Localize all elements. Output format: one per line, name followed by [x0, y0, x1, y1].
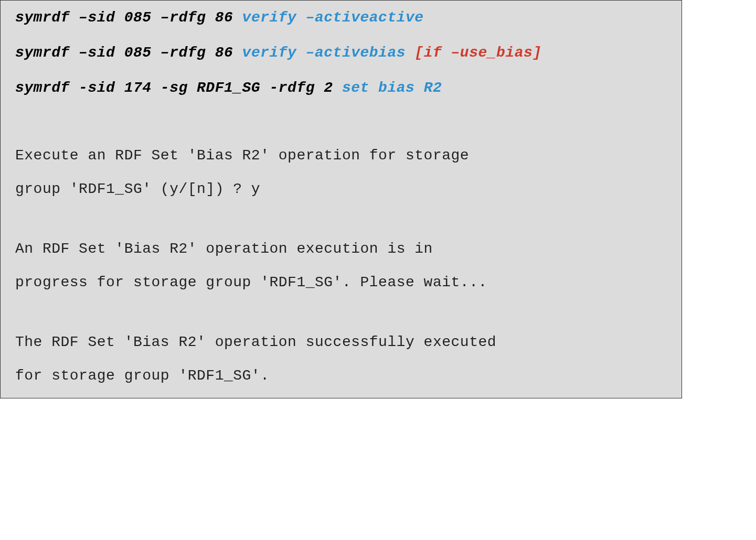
command-line-1: symrdf –sid 085 –rdfg 86 verify –activea… — [15, 10, 667, 26]
output-text: for storage group 'RDF1_SG'. — [15, 369, 667, 383]
output-success-group: The RDF Set 'Bias R2' operation successf… — [15, 335, 667, 383]
command-line-3: symrdf -sid 174 -sg RDF1_SG -rdfg 2 set … — [15, 80, 667, 96]
command-prefix: symrdf –sid 085 –rdfg 86 — [15, 45, 242, 61]
output-text: group 'RDF1_SG' (y/[n]) ? y — [15, 182, 667, 197]
output-text: An RDF Set 'Bias R2' operation execution… — [15, 242, 667, 256]
output-text: The RDF Set 'Bias R2' operation successf… — [15, 335, 667, 350]
command-action: verify –activebias — [242, 45, 415, 61]
command-action: set bias R2 — [342, 80, 442, 96]
output-text: progress for storage group 'RDF1_SG'. Pl… — [15, 275, 667, 290]
command-action: verify –activeactive — [242, 9, 424, 26]
output-prompt-group: Execute an RDF Set 'Bias R2' operation f… — [15, 148, 667, 197]
command-line-2: symrdf –sid 085 –rdfg 86 verify –activeb… — [15, 45, 667, 61]
terminal-output-box: symrdf –sid 085 –rdfg 86 verify –activea… — [0, 0, 682, 398]
output-progress-group: An RDF Set 'Bias R2' operation execution… — [15, 242, 667, 290]
command-prefix: symrdf -sid 174 -sg RDF1_SG -rdfg 2 — [15, 80, 342, 96]
output-text: Execute an RDF Set 'Bias R2' operation f… — [15, 148, 667, 163]
command-prefix: symrdf –sid 085 –rdfg 86 — [15, 9, 242, 26]
command-note: [if –use_bias] — [414, 45, 541, 61]
